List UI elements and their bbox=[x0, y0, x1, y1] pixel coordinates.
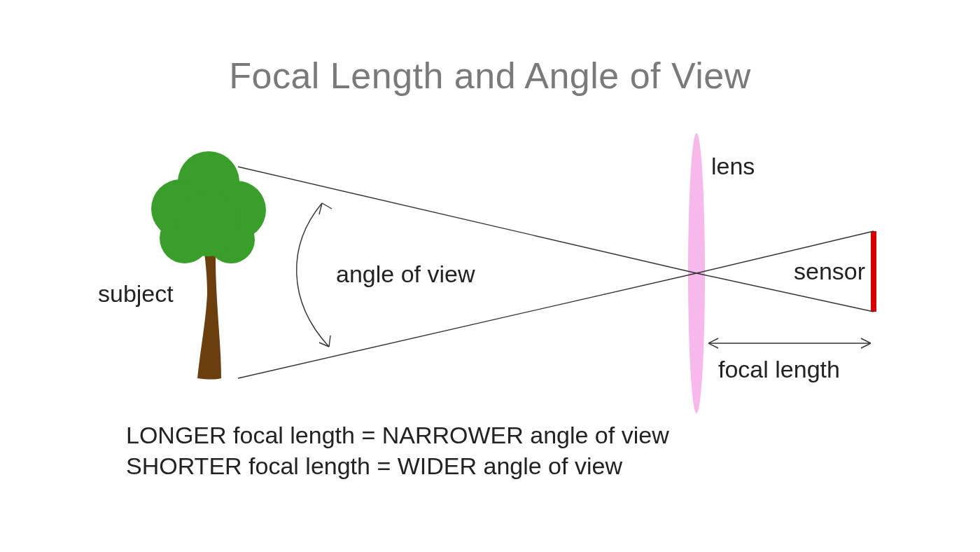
angle-of-view-label: angle of view bbox=[336, 261, 475, 288]
sensor-label: sensor bbox=[794, 258, 865, 285]
caption-block: LONGER focal length = NARROWER angle of … bbox=[126, 420, 669, 481]
focal-length-arrow-icon bbox=[708, 338, 871, 348]
caption-line-2: SHORTER focal length = WIDER angle of vi… bbox=[126, 451, 669, 482]
ray-bottom-to-cross bbox=[238, 273, 696, 378]
ray-top-to-cross bbox=[238, 167, 696, 273]
focal-length-label: focal length bbox=[718, 356, 840, 383]
angle-of-view-arc-icon bbox=[297, 203, 332, 347]
tree-icon bbox=[151, 151, 266, 380]
svg-point-5 bbox=[176, 192, 241, 256]
diagram-canvas: Focal Length and Angle of View bbox=[0, 0, 980, 552]
subject-label: subject bbox=[98, 280, 174, 308]
lens-label: lens bbox=[711, 153, 755, 180]
caption-line-1: LONGER focal length = NARROWER angle of … bbox=[126, 420, 669, 451]
